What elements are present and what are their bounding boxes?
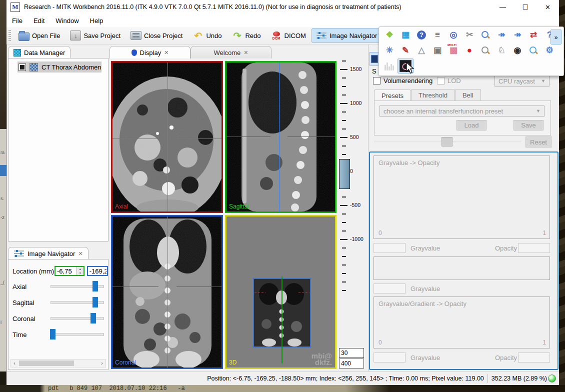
coronal-axial-crosshair-left[interactable] xyxy=(112,286,158,287)
close-tab-icon[interactable]: ✕ xyxy=(244,50,248,56)
axial-slider-handle[interactable] xyxy=(92,281,98,292)
point-interaction-icon[interactable]: ✳ xyxy=(382,43,398,58)
toolbar-save-project-button[interactable]: ↓Save Project xyxy=(66,28,125,43)
grayvalue-gradient-opacity-canvas[interactable]: Grayvalue/Gradient -> Opacity 0 1 xyxy=(374,296,550,348)
level-value-field[interactable]: 30 xyxy=(339,348,364,358)
tab-data-manager[interactable]: Data Manager xyxy=(8,46,70,58)
close-button[interactable]: ✕ xyxy=(536,0,559,14)
tab-display[interactable]: Display✕ xyxy=(110,46,190,58)
gradient-opacity-input[interactable] xyxy=(518,352,550,362)
load-button[interactable]: Load xyxy=(456,120,486,130)
renderer-dropdown[interactable]: CPU raycast ▼ xyxy=(494,76,550,86)
time-slider-handle[interactable] xyxy=(50,329,56,340)
scrollbar-thumb[interactable] xyxy=(19,360,74,366)
toolbar-image-navigator-button[interactable]: Image Navigator xyxy=(312,28,382,43)
time-slider[interactable] xyxy=(50,333,104,336)
tab-threshold[interactable]: Threshold xyxy=(411,89,455,100)
threed-viewport[interactable]: 3D mbi@dkfz. xyxy=(225,215,336,369)
level-window-handle[interactable] xyxy=(339,159,350,189)
toolbar-undo-button[interactable]: ↶Undo xyxy=(188,28,226,43)
coronal-sagittal-crosshair[interactable] xyxy=(168,216,168,368)
gradient-grayvalue-input[interactable] xyxy=(374,352,406,362)
axial-coronal-crosshair-left[interactable] xyxy=(112,138,158,139)
coronal-axial-crosshair-right[interactable] xyxy=(176,286,222,287)
tab-presets[interactable]: Presets xyxy=(374,90,411,101)
image-statistics-icon[interactable] xyxy=(382,58,398,74)
reset-button[interactable]: Reset xyxy=(526,136,552,148)
minimize-button[interactable]: — xyxy=(492,0,514,14)
data-storage-icon[interactable]: ▦ xyxy=(398,28,414,42)
surface-smoothing-icon[interactable]: ❖ xyxy=(382,28,398,42)
coronal-slider-handle[interactable] xyxy=(90,313,96,324)
view-tab-icon[interactable] xyxy=(370,52,380,66)
menu-edit[interactable]: Edit xyxy=(28,17,50,24)
close-tab-icon[interactable]: ✕ xyxy=(78,250,82,257)
grayvalue-input[interactable] xyxy=(374,243,406,253)
toolbar-grip[interactable] xyxy=(8,30,11,41)
opacity-input[interactable] xyxy=(518,243,550,253)
data-node-ct-thorax-abdomen[interactable]: CT Thorax Abdomen xyxy=(18,62,102,72)
rabbit-icon[interactable]: ♘ xyxy=(494,43,510,58)
threed-plane-crosshair[interactable] xyxy=(282,276,282,364)
location-y-spinbox[interactable] xyxy=(87,266,108,276)
sagittal-slider[interactable] xyxy=(50,301,104,304)
screenshot-icon[interactable]: ◉ xyxy=(510,43,526,58)
search-icon[interactable] xyxy=(478,28,494,42)
spinbox-arrows[interactable]: ▲▼ xyxy=(76,267,84,275)
registration-rigid-icon[interactable]: ↠ xyxy=(494,28,510,42)
scroll-left-icon[interactable]: ‹ xyxy=(11,360,18,366)
module-search-icon[interactable]: ◎ xyxy=(446,28,462,42)
maximize-button[interactable]: ☐ xyxy=(514,0,536,14)
tool-settings-icon[interactable]: ⚙ xyxy=(542,43,558,58)
registration-eval-icon[interactable]: ⇄ xyxy=(526,28,542,42)
window-value-field[interactable]: 400 xyxy=(339,358,364,368)
coronal-slider[interactable] xyxy=(50,317,104,320)
movie-maker-icon[interactable]: ▣ xyxy=(430,43,446,58)
sagittal-axial-crosshair-left[interactable] xyxy=(226,136,270,137)
toolbar-close-project-button[interactable]: Close Project xyxy=(126,28,187,43)
sagittal-vertical-crosshair[interactable] xyxy=(279,62,280,212)
toolbar-redo-button[interactable]: ↷Redo xyxy=(227,28,265,43)
opacity-slider-handle[interactable] xyxy=(442,137,452,146)
properties-icon[interactable]: ✎ xyxy=(398,43,414,58)
tab-image-navigator[interactable]: Image Navigator ✕ xyxy=(8,247,88,260)
help-icon[interactable]: ? xyxy=(414,28,430,42)
sagittal-viewport[interactable]: Sagittal xyxy=(225,61,336,213)
coronal-viewport[interactable]: Coronal xyxy=(111,215,223,369)
save-button[interactable]: Save xyxy=(514,120,544,130)
grayvalue-opacity-canvas[interactable]: Grayvalue -> Opacity 0 1 xyxy=(374,156,550,239)
sagittal-slider-handle[interactable] xyxy=(92,297,98,308)
lod-checkbox[interactable] xyxy=(437,77,444,84)
toolbar-open-file-button[interactable]: Open File xyxy=(14,28,64,43)
axial-viewport[interactable]: Axial xyxy=(111,61,223,213)
menu-help[interactable]: Help xyxy=(84,17,109,24)
location-x-value[interactable] xyxy=(56,267,76,276)
toolbar-expand-chevron[interactable]: » xyxy=(550,30,562,44)
color-grayvalue-input[interactable] xyxy=(374,284,406,294)
axial-slider[interactable] xyxy=(50,285,104,288)
input-clip-icon[interactable]: ✂ xyxy=(462,28,478,42)
view-search-icon[interactable] xyxy=(478,43,494,58)
transferfunction-preset-dropdown[interactable]: choose an internal transferfunction pres… xyxy=(380,106,544,116)
axial-coronal-crosshair-right[interactable] xyxy=(176,138,222,139)
horizontal-scrollbar[interactable]: ‹ › xyxy=(10,359,106,368)
location-y-value[interactable] xyxy=(88,267,108,276)
axial-sagittal-crosshair[interactable] xyxy=(168,62,168,212)
sagittal-axial-crosshair-right[interactable] xyxy=(288,136,335,137)
color-transferfunction-canvas[interactable] xyxy=(374,256,550,280)
logging-icon[interactable]: ≡ xyxy=(430,28,446,42)
close-tab-icon[interactable]: ✕ xyxy=(164,50,168,56)
scroll-right-icon[interactable]: › xyxy=(98,360,106,366)
volumerendering-checkbox-row[interactable]: Volumerendering xyxy=(373,77,432,84)
pin-icon[interactable]: ● xyxy=(462,43,478,58)
multilabel-icon[interactable]: ▩MULTI xyxy=(446,43,462,58)
node-visibility-checkbox[interactable] xyxy=(18,64,26,71)
segmentation-search-icon[interactable] xyxy=(526,43,542,58)
measurement-icon[interactable]: △ xyxy=(414,43,430,58)
location-x-spinbox[interactable]: ▲▼ xyxy=(54,266,84,276)
tab-bell[interactable]: Bell xyxy=(455,89,481,100)
menu-file[interactable]: File xyxy=(6,17,28,24)
toolbar-dicom-button[interactable]: DCMDICOM xyxy=(266,28,310,43)
tab-welcome[interactable]: Welcome✕ xyxy=(190,46,272,58)
registration-deform-icon[interactable]: ↠ xyxy=(510,28,526,42)
